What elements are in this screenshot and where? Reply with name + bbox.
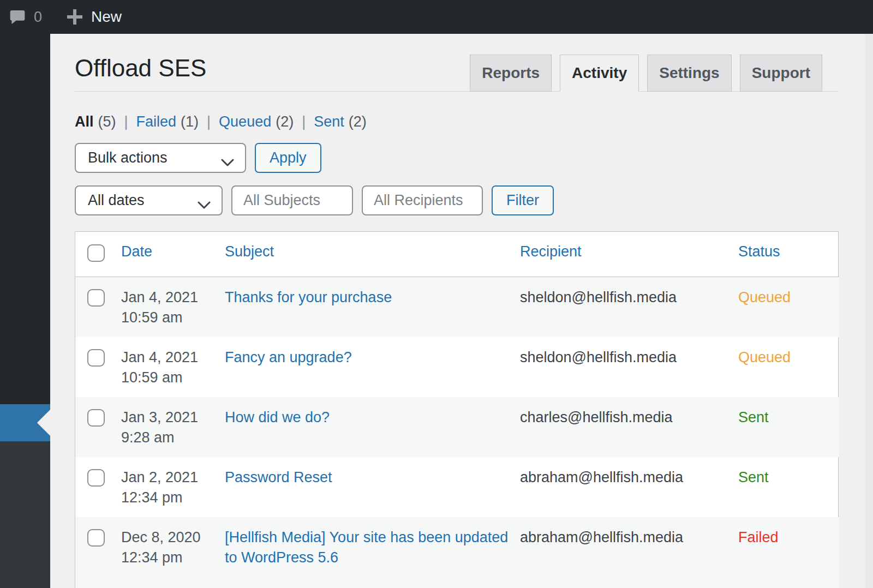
subjects-input[interactable]	[231, 185, 353, 215]
row-time: 10:59 am	[121, 368, 214, 388]
admin-bar-new[interactable]: New	[67, 8, 122, 26]
row-date: Jan 3, 2021	[121, 407, 214, 428]
row-date: Dec 8, 2020	[121, 527, 214, 548]
row-subject-link[interactable]: How did we do?	[225, 407, 330, 428]
sidebar-item-current[interactable]	[0, 404, 50, 441]
column-header-date[interactable]: Date	[121, 243, 152, 260]
tab-activity[interactable]: Activity	[560, 55, 639, 92]
row-date-cell: Jan 2, 2021 12:34 pm	[121, 457, 225, 517]
row-recipient: sheldon@hellfish.media	[520, 337, 738, 397]
table-row: Dec 8, 2020 12:34 pm [Hellfish Media] Yo…	[75, 517, 839, 588]
table-row: Jan 4, 2021 10:59 am Fancy an upgrade? s…	[75, 337, 839, 397]
row-subject-link[interactable]: Fancy an upgrade?	[225, 347, 352, 368]
row-checkbox[interactable]	[87, 409, 105, 427]
row-date: Jan 4, 2021	[121, 287, 214, 308]
view-queued-link[interactable]: Queued	[219, 113, 271, 130]
table-row: Jan 3, 2021 9:28 am How did we do? charl…	[75, 397, 839, 457]
select-all-checkbox[interactable]	[87, 244, 105, 262]
row-time: 10:59 am	[121, 308, 214, 328]
row-recipient: abraham@hellfish.media	[520, 517, 738, 588]
row-checkbox[interactable]	[87, 469, 105, 487]
recipients-input[interactable]	[362, 185, 483, 215]
view-all-link[interactable]: All	[75, 113, 94, 130]
row-recipient: charles@hellfish.media	[520, 397, 738, 457]
comments-bubble-icon	[9, 8, 26, 26]
column-header-recipient[interactable]: Recipient	[520, 243, 582, 260]
bulk-actions-select[interactable]: Bulk actions	[75, 143, 246, 173]
page-title: Offload SES	[75, 55, 206, 82]
row-time: 12:34 pm	[121, 548, 214, 568]
row-date-cell: Dec 8, 2020 12:34 pm	[121, 517, 225, 588]
row-recipient: sheldon@hellfish.media	[520, 277, 738, 338]
admin-bar: 0 New	[0, 0, 873, 34]
plus-icon	[67, 9, 82, 25]
view-queued-count: (2)	[276, 113, 294, 130]
row-subject-link[interactable]: Thanks for your purchase	[225, 287, 392, 308]
status-view-links: All(5) | Failed(1) | Queued(2) | Sent(2)	[75, 113, 839, 130]
tab-settings[interactable]: Settings	[647, 55, 731, 92]
filter-button[interactable]: Filter	[492, 185, 554, 215]
new-label: New	[91, 8, 122, 26]
view-sent-link[interactable]: Sent	[314, 113, 344, 130]
row-date: Jan 2, 2021	[121, 467, 214, 488]
row-status: Sent	[738, 457, 839, 517]
row-checkbox[interactable]	[87, 289, 105, 307]
chevron-down-icon	[221, 154, 234, 171]
main-content: Offload SES Reports Activity Settings Su…	[50, 34, 873, 588]
row-subject-link[interactable]: Password Reset	[225, 467, 332, 488]
row-time: 12:34 pm	[121, 488, 214, 508]
row-date-cell: Jan 4, 2021 10:59 am	[121, 337, 225, 397]
row-date-cell: Jan 3, 2021 9:28 am	[121, 397, 225, 457]
admin-sidebar	[0, 34, 50, 588]
sidebar-submenu-panel	[0, 441, 50, 588]
view-separator: |	[207, 113, 211, 130]
row-status: Queued	[738, 277, 839, 338]
nav-tabs: Reports Activity Settings Support	[470, 55, 822, 92]
row-status: Failed	[738, 517, 839, 588]
row-recipient: abraham@hellfish.media	[520, 457, 738, 517]
filter-row: All dates Filter	[75, 185, 839, 215]
tab-support[interactable]: Support	[740, 55, 822, 92]
table-header-row: Date Subject Recipient Status	[75, 232, 839, 277]
email-table-body: Jan 4, 2021 10:59 am Thanks for your pur…	[75, 277, 839, 588]
view-separator: |	[124, 113, 128, 130]
chevron-down-icon	[198, 196, 211, 213]
admin-bar-comments[interactable]: 0	[9, 8, 42, 26]
view-all-count: (5)	[98, 113, 116, 130]
page-header: Offload SES Reports Activity Settings Su…	[75, 34, 839, 92]
table-row: Jan 2, 2021 12:34 pm Password Reset abra…	[75, 457, 839, 517]
tab-reports[interactable]: Reports	[470, 55, 552, 92]
row-time: 9:28 am	[121, 428, 214, 448]
row-checkbox[interactable]	[87, 529, 105, 547]
view-sent-count: (2)	[349, 113, 367, 130]
table-row: Jan 4, 2021 10:59 am Thanks for your pur…	[75, 277, 839, 338]
apply-button[interactable]: Apply	[255, 143, 321, 173]
dates-select[interactable]: All dates	[75, 185, 223, 215]
view-failed-count: (1)	[181, 113, 199, 130]
view-failed-link[interactable]: Failed	[136, 113, 177, 130]
dates-value: All dates	[88, 192, 145, 209]
row-status: Queued	[738, 337, 839, 397]
row-date: Jan 4, 2021	[121, 347, 214, 368]
view-separator: |	[302, 113, 306, 130]
column-header-subject[interactable]: Subject	[225, 243, 274, 260]
email-activity-table: Date Subject Recipient Status Jan 4, 202…	[75, 231, 839, 588]
row-status: Sent	[738, 397, 839, 457]
row-checkbox[interactable]	[87, 349, 105, 367]
column-header-status[interactable]: Status	[738, 243, 780, 260]
bulk-actions-value: Bulk actions	[88, 149, 168, 166]
row-subject-link[interactable]: [Hellfish Media] Your site has been upda…	[225, 527, 509, 568]
bulk-actions-row: Bulk actions Apply	[75, 143, 839, 173]
row-date-cell: Jan 4, 2021 10:59 am	[121, 277, 225, 338]
comments-count: 0	[34, 9, 42, 26]
